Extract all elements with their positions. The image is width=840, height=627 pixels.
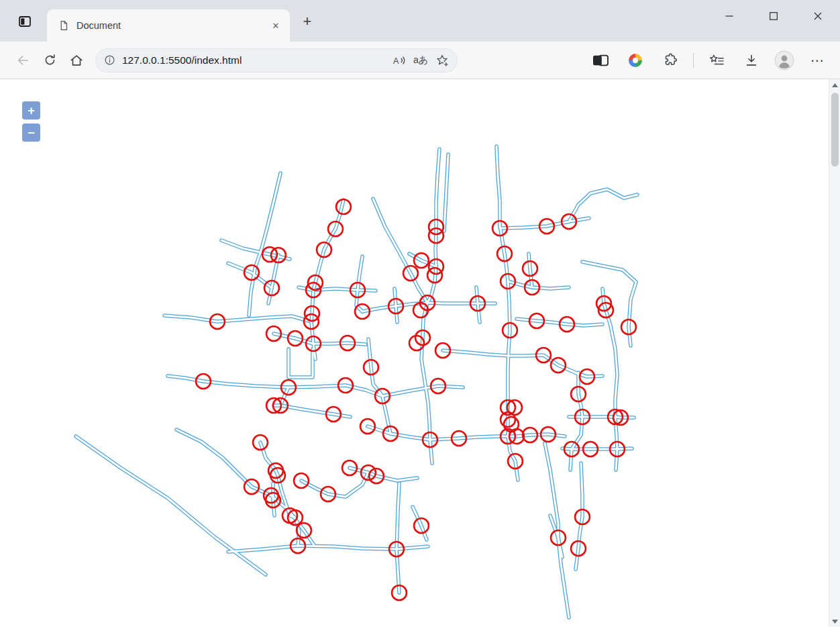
address-bar[interactable]: 127.0.0.1:5500/index.html A aあ — [95, 48, 458, 73]
triangle-down-icon — [832, 620, 838, 624]
minimize-icon — [725, 11, 734, 21]
scrollbar-up-arrow[interactable] — [829, 79, 840, 91]
browser-window: Document ✕ + 127.0.0.1:5 — [0, 0, 840, 627]
new-tab-button[interactable]: + — [298, 12, 317, 31]
close-button[interactable] — [796, 0, 840, 32]
favorites-list-icon — [708, 53, 725, 68]
workspaces-icon — [17, 13, 33, 30]
zoom-in-button[interactable]: + — [22, 101, 40, 119]
address-bar-actions: A aあ — [388, 50, 453, 70]
toolbar-separator — [693, 53, 694, 68]
avatar-icon — [774, 50, 794, 70]
road-casing — [373, 199, 427, 303]
favorites-bar-button[interactable] — [703, 48, 730, 73]
tab-strip: Document ✕ + — [0, 0, 840, 42]
translate-button[interactable]: aあ — [410, 50, 431, 70]
navigation-toolbar: 127.0.0.1:5500/index.html A aあ — [0, 42, 840, 79]
road-inner — [76, 436, 266, 575]
map-zoom-control: + − — [22, 101, 40, 142]
document-icon — [58, 19, 70, 32]
tab-title: Document — [76, 20, 267, 31]
scrollbar-down-arrow[interactable] — [829, 616, 840, 627]
road-inner — [176, 430, 314, 545]
map-canvas[interactable] — [0, 79, 829, 627]
close-icon — [813, 11, 823, 21]
back-button[interactable] — [9, 48, 36, 73]
maximize-button[interactable] — [751, 0, 796, 32]
home-button[interactable] — [63, 48, 90, 73]
page-content: + − — [0, 79, 829, 627]
vertical-scrollbar[interactable] — [829, 79, 840, 627]
tab-close-button[interactable]: ✕ — [267, 17, 284, 34]
zoom-out-button[interactable]: − — [22, 124, 40, 142]
maximize-icon — [769, 11, 778, 21]
read-aloud-letter: A — [393, 55, 399, 65]
window-controls — [707, 0, 840, 32]
info-icon[interactable] — [104, 54, 115, 66]
toolbar-extensions-area: ⋯ — [587, 48, 831, 73]
star-add-icon — [435, 53, 450, 68]
home-icon — [69, 53, 84, 68]
downloads-button[interactable] — [738, 48, 765, 73]
road-casing — [176, 430, 314, 545]
minimize-button[interactable] — [707, 0, 751, 32]
url-text[interactable]: 127.0.0.1:5500/index.html — [122, 54, 242, 66]
profile-button[interactable] — [773, 49, 796, 72]
road-casing — [288, 349, 313, 377]
color-wheel-icon — [627, 52, 643, 68]
extension-colorful-button[interactable] — [622, 48, 649, 73]
road-inner — [288, 349, 313, 377]
settings-more-button[interactable]: ⋯ — [804, 48, 831, 73]
road-inner — [395, 289, 397, 322]
favorite-button[interactable] — [431, 50, 453, 70]
read-aloud-button[interactable]: A — [388, 50, 410, 70]
tab-actions-button[interactable] — [15, 11, 35, 32]
road-casing — [569, 189, 637, 222]
extensions-button[interactable] — [657, 48, 684, 73]
scrollbar-thumb[interactable] — [831, 93, 839, 166]
puzzle-piece-icon — [663, 52, 678, 68]
tab-document[interactable]: Document ✕ — [47, 9, 290, 42]
extension-dark-squares-icon — [592, 53, 609, 68]
refresh-icon — [43, 53, 57, 67]
translate-icon: aあ — [413, 54, 428, 66]
triangle-up-icon — [832, 83, 838, 87]
road-inner — [569, 417, 634, 418]
back-arrow-icon — [15, 53, 30, 68]
extension-dark-button[interactable] — [587, 48, 614, 73]
read-aloud-icon: A — [392, 54, 407, 67]
refresh-button[interactable] — [36, 48, 63, 73]
download-icon — [744, 53, 759, 68]
